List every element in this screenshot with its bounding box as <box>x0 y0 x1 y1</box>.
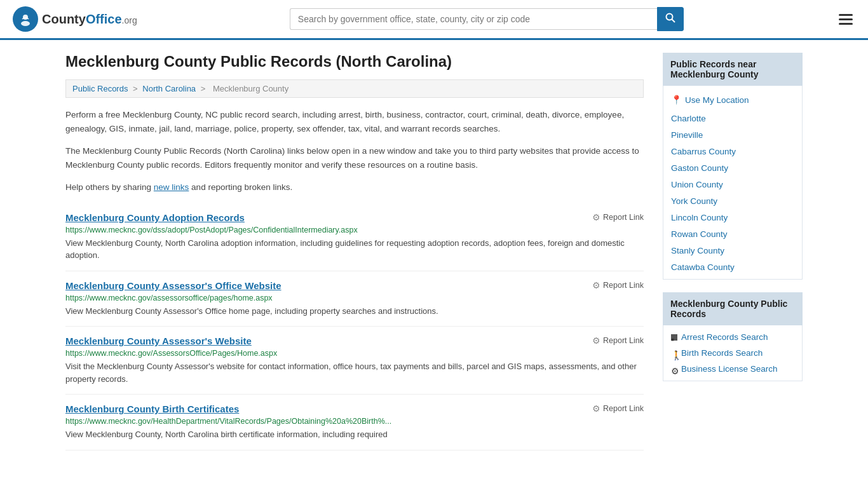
record-entry: Mecklenburg County Birth Certificates ⚙ … <box>65 395 644 451</box>
report-icon-1: ⚙ <box>592 280 600 290</box>
record-desc-1: View Mecklenburg County Assessor's Offic… <box>65 305 644 318</box>
nearby-link-0[interactable]: Charlotte <box>671 114 706 123</box>
record-url-3[interactable]: https://www.mecknc.gov/HealthDepartment/… <box>65 417 644 426</box>
logo[interactable]: CountyOffice.org <box>13 6 137 32</box>
record-url-2[interactable]: https://www.mecknc.gov/AssessorsOffice/P… <box>65 349 644 358</box>
svg-point-3 <box>666 14 672 20</box>
nearby-link-3[interactable]: Gaston County <box>671 163 728 173</box>
report-link-2[interactable]: ⚙ Report Link <box>592 336 644 346</box>
nearby-link-1[interactable]: Pineville <box>671 130 703 140</box>
sidebar-record-link-2[interactable]: Business License Search <box>681 364 778 374</box>
record-desc-2: Visit the Mecklenburg County Assessor's … <box>65 360 644 385</box>
record-desc-0: View Mecklenburg County, North Carolina … <box>65 237 644 262</box>
nearby-item: Catawba County <box>663 259 802 275</box>
nearby-item: Cabarrus County <box>663 143 802 159</box>
report-link-3[interactable]: ⚙ Report Link <box>592 403 644 414</box>
menu-button[interactable] <box>836 11 855 27</box>
breadcrumb: Public Records > North Carolina > Meckle… <box>65 79 644 98</box>
nearby-heading: Public Records near Mecklenburg County <box>663 53 803 86</box>
record-entry: Mecklenburg County Assessor's Website ⚙ … <box>65 327 644 395</box>
sidebar-record-item: ▪ Arrest Records Search <box>663 329 802 345</box>
logo-name: CountyOffice.org <box>42 12 137 26</box>
logo-icon <box>13 6 38 32</box>
sidebar-record-item: ⚙ Business License Search <box>663 361 802 377</box>
description-2: The Mecklenburg County Public Records (N… <box>65 144 644 172</box>
breadcrumb-north-carolina[interactable]: North Carolina <box>142 84 196 93</box>
nearby-item: Union County <box>663 176 802 193</box>
record-entry: Mecklenburg County Assessor's Office Web… <box>65 271 644 327</box>
record-title-1[interactable]: Mecklenburg County Assessor's Office Web… <box>65 280 281 291</box>
nearby-item: Gaston County <box>663 159 802 176</box>
breadcrumb-public-records[interactable]: Public Records <box>72 84 128 93</box>
report-icon-0: ⚙ <box>592 212 600 222</box>
record-bullet-icon-2: ⚙ <box>671 366 677 372</box>
nearby-link-5[interactable]: York County <box>671 196 717 206</box>
record-bullet-icon-1: 🚶 <box>671 350 677 356</box>
nearby-link-2[interactable]: Cabarrus County <box>671 147 736 156</box>
sidebar-record-link-1[interactable]: Birth Records Search <box>681 348 763 358</box>
records-list-sidebar: ▪ Arrest Records Search 🚶 Birth Records … <box>663 325 803 381</box>
nearby-item: Stanly County <box>663 242 802 259</box>
nearby-link-8[interactable]: Stanly County <box>671 246 724 255</box>
nearby-item: York County <box>663 193 802 209</box>
search-bar <box>290 7 684 31</box>
report-icon-2: ⚙ <box>592 336 600 346</box>
records-section: Mecklenburg County Public Records ▪ Arre… <box>663 292 803 381</box>
report-icon-3: ⚙ <box>592 403 600 414</box>
record-url-0[interactable]: https://www.mecknc.gov/dss/adopt/PostAdo… <box>65 226 644 234</box>
records-list: Mecklenburg County Adoption Records ⚙ Re… <box>65 203 644 451</box>
use-location-item[interactable]: 📍 Use My Location <box>663 90 802 110</box>
record-desc-3: View Mecklenburg County, North Carolina … <box>65 428 644 441</box>
nearby-list: 📍 Use My Location CharlottePinevilleCaba… <box>663 86 803 280</box>
breadcrumb-current: Mecklenburg County <box>213 84 288 93</box>
nearby-item: Lincoln County <box>663 209 802 226</box>
description-1: Perform a free Mecklenburg County, NC pu… <box>65 108 644 135</box>
nearby-section: Public Records near Mecklenburg County 📍… <box>663 53 803 280</box>
record-entry: Mecklenburg County Adoption Records ⚙ Re… <box>65 203 644 271</box>
report-link-1[interactable]: ⚙ Report Link <box>592 280 644 290</box>
nearby-items: CharlottePinevilleCabarrus CountyGaston … <box>663 110 802 275</box>
report-link-0[interactable]: ⚙ Report Link <box>592 212 644 222</box>
nearby-link-7[interactable]: Rowan County <box>671 229 728 239</box>
nearby-link-9[interactable]: Catawba County <box>671 262 735 272</box>
nearby-link-6[interactable]: Lincoln County <box>671 213 728 222</box>
record-title-0[interactable]: Mecklenburg County Adoption Records <box>65 212 245 223</box>
search-input[interactable] <box>290 8 657 30</box>
sidebar: Public Records near Mecklenburg County 📍… <box>663 53 803 451</box>
new-links[interactable]: new links <box>154 182 189 192</box>
main-content: Mecklenburg County Public Records (North… <box>65 53 644 451</box>
records-heading: Mecklenburg County Public Records <box>663 292 803 325</box>
nearby-item: Pineville <box>663 126 802 143</box>
svg-line-4 <box>672 20 675 23</box>
sidebar-records-items: ▪ Arrest Records Search 🚶 Birth Records … <box>663 329 802 377</box>
nearby-item: Charlotte <box>663 110 802 126</box>
svg-point-2 <box>21 21 30 26</box>
record-bullet-icon-0: ▪ <box>671 334 677 341</box>
record-title-2[interactable]: Mecklenburg County Assessor's Website <box>65 336 252 346</box>
sidebar-record-link-0[interactable]: Arrest Records Search <box>681 332 768 342</box>
page-title: Mecklenburg County Public Records (North… <box>65 53 644 71</box>
use-location-link[interactable]: Use My Location <box>685 95 749 105</box>
record-url-1[interactable]: https://www.mecknc.gov/assessorsoffice/p… <box>65 294 644 302</box>
sidebar-record-item: 🚶 Birth Records Search <box>663 345 802 361</box>
nearby-link-4[interactable]: Union County <box>671 180 723 189</box>
nearby-item: Rowan County <box>663 226 802 242</box>
location-pin-icon: 📍 <box>671 95 682 105</box>
search-button[interactable] <box>657 7 684 31</box>
record-title-3[interactable]: Mecklenburg County Birth Certificates <box>65 403 239 414</box>
description-3: Help others by sharing new links and rep… <box>65 180 644 194</box>
